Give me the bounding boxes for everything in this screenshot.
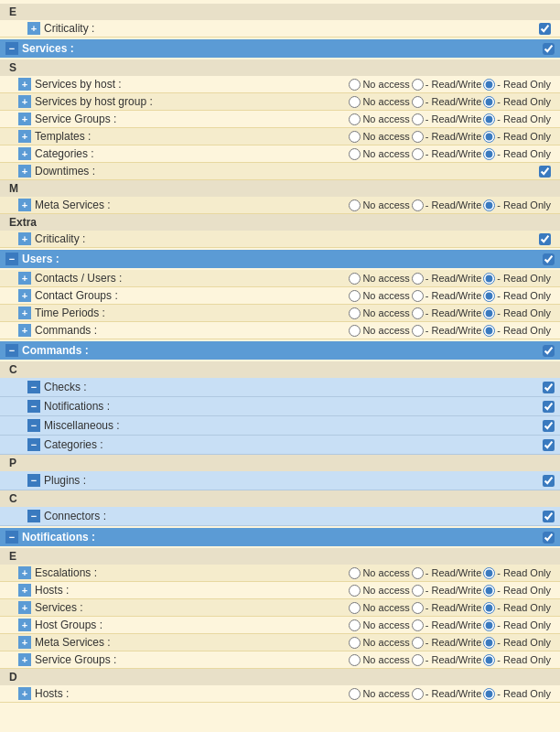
services-header-checkbox[interactable]: [543, 43, 555, 55]
uc-ro-radio[interactable]: [483, 325, 495, 337]
notifications-sub-checkbox[interactable]: [543, 401, 555, 413]
cat-noaccess-label[interactable]: No access: [349, 148, 409, 160]
esc-ro-label[interactable]: - Read Only: [483, 567, 551, 579]
esc-ro-radio[interactable]: [483, 567, 495, 579]
cg-ro-label[interactable]: - Read Only: [483, 290, 551, 302]
uc-rw-label[interactable]: - Read/Write: [412, 325, 482, 337]
dh-noaccess-label[interactable]: No access: [349, 688, 409, 700]
sg-ro-label[interactable]: - Read Only: [483, 113, 551, 125]
nsg-noaccess-label[interactable]: No access: [349, 654, 409, 666]
esc-rw-radio[interactable]: [412, 567, 424, 579]
tp-rw-label[interactable]: - Read/Write: [412, 307, 482, 319]
tpl-noaccess-radio[interactable]: [349, 131, 361, 143]
services-by-host-ro-radio[interactable]: [483, 79, 495, 91]
nh-ro-label[interactable]: - Read Only: [483, 585, 551, 597]
uc-ro-label[interactable]: - Read Only: [483, 325, 551, 337]
ns-ro-label[interactable]: - Read Only: [483, 602, 551, 614]
cu-rw-label[interactable]: - Read/Write: [412, 273, 482, 285]
services-criticality-checkbox[interactable]: [539, 233, 551, 245]
ns-ro-radio[interactable]: [483, 602, 495, 614]
ms-rw-radio[interactable]: [412, 199, 424, 211]
tpl-rw-radio[interactable]: [412, 131, 424, 143]
nh-noaccess-label[interactable]: No access: [349, 585, 409, 597]
cat-ro-radio[interactable]: [483, 148, 495, 160]
sbhg-noaccess-label[interactable]: No access: [349, 96, 409, 108]
cu-noaccess-radio[interactable]: [349, 273, 361, 285]
hg-rw-radio[interactable]: [412, 619, 424, 631]
notifications-header-checkbox[interactable]: [543, 532, 555, 544]
nh-noaccess-radio[interactable]: [349, 585, 361, 597]
ms-ro-radio[interactable]: [483, 199, 495, 211]
esc-rw-label[interactable]: - Read/Write: [412, 567, 482, 579]
users-header-checkbox[interactable]: [543, 253, 555, 265]
nh-rw-label[interactable]: - Read/Write: [412, 585, 482, 597]
nsg-rw-label[interactable]: - Read/Write: [412, 654, 482, 666]
sbhg-rw-radio[interactable]: [412, 96, 424, 108]
tp-noaccess-label[interactable]: No access: [349, 307, 409, 319]
cu-rw-radio[interactable]: [412, 273, 424, 285]
sbhg-ro-label[interactable]: - Read Only: [483, 96, 551, 108]
nsg-ro-radio[interactable]: [483, 654, 495, 666]
nms-ro-radio[interactable]: [483, 637, 495, 649]
tp-ro-label[interactable]: - Read Only: [483, 307, 551, 319]
ms-rw-label[interactable]: - Read/Write: [412, 199, 482, 211]
nsg-ro-label[interactable]: - Read Only: [483, 654, 551, 666]
nsg-noaccess-radio[interactable]: [349, 654, 361, 666]
cg-ro-radio[interactable]: [483, 290, 495, 302]
sbhg-ro-radio[interactable]: [483, 96, 495, 108]
dh-ro-label[interactable]: - Read Only: [483, 688, 551, 700]
ms-ro-label[interactable]: - Read Only: [483, 199, 551, 211]
tpl-ro-label[interactable]: - Read Only: [483, 131, 551, 143]
dh-rw-radio[interactable]: [412, 688, 424, 700]
cg-noaccess-radio[interactable]: [349, 290, 361, 302]
tp-rw-radio[interactable]: [412, 307, 424, 319]
cat-rw-radio[interactable]: [412, 148, 424, 160]
services-by-host-noaccess-radio[interactable]: [349, 79, 361, 91]
plugins-checkbox[interactable]: [543, 475, 555, 487]
sbhg-rw-label[interactable]: - Read/Write: [412, 96, 482, 108]
commands-header-checkbox[interactable]: [543, 345, 555, 357]
users-section-header[interactable]: − Users :: [0, 250, 560, 268]
ms-noaccess-label[interactable]: No access: [349, 199, 409, 211]
categories-sub-checkbox[interactable]: [543, 439, 555, 451]
cat-noaccess-radio[interactable]: [349, 148, 361, 160]
nh-rw-radio[interactable]: [412, 585, 424, 597]
dh-noaccess-radio[interactable]: [349, 688, 361, 700]
nms-noaccess-label[interactable]: No access: [349, 637, 409, 649]
uc-noaccess-label[interactable]: No access: [349, 325, 409, 337]
nms-rw-radio[interactable]: [412, 637, 424, 649]
cu-noaccess-label[interactable]: No access: [349, 273, 409, 285]
cg-noaccess-label[interactable]: No access: [349, 290, 409, 302]
services-by-host-rw-radio[interactable]: [412, 79, 424, 91]
top-criticality-checkbox[interactable]: [539, 23, 551, 35]
checks-checkbox[interactable]: [543, 382, 555, 393]
services-by-host-ro-label[interactable]: - Read Only: [483, 79, 551, 91]
hg-noaccess-radio[interactable]: [349, 619, 361, 631]
ms-noaccess-radio[interactable]: [349, 199, 361, 211]
ns-noaccess-radio[interactable]: [349, 602, 361, 614]
sg-rw-radio[interactable]: [412, 113, 424, 125]
cg-rw-radio[interactable]: [412, 290, 424, 302]
hg-rw-label[interactable]: - Read/Write: [412, 619, 482, 631]
nms-ro-label[interactable]: - Read Only: [483, 637, 551, 649]
services-by-host-rw-label[interactable]: - Read/Write: [412, 79, 482, 91]
dh-rw-label[interactable]: - Read/Write: [412, 688, 482, 700]
cu-ro-radio[interactable]: [483, 273, 495, 285]
nms-noaccess-radio[interactable]: [349, 637, 361, 649]
sbhg-noaccess-radio[interactable]: [349, 96, 361, 108]
ns-rw-radio[interactable]: [412, 602, 424, 614]
tpl-noaccess-label[interactable]: No access: [349, 131, 409, 143]
commands-section-header[interactable]: − Commands :: [0, 341, 560, 360]
tp-ro-radio[interactable]: [483, 307, 495, 319]
uc-rw-radio[interactable]: [412, 325, 424, 337]
nh-ro-radio[interactable]: [483, 585, 495, 597]
sg-noaccess-label[interactable]: No access: [349, 113, 409, 125]
hg-ro-label[interactable]: - Read Only: [483, 619, 551, 631]
esc-noaccess-label[interactable]: No access: [349, 567, 409, 579]
cu-ro-label[interactable]: - Read Only: [483, 273, 551, 285]
nsg-rw-radio[interactable]: [412, 654, 424, 666]
sg-rw-label[interactable]: - Read/Write: [412, 113, 482, 125]
ns-noaccess-label[interactable]: No access: [349, 602, 409, 614]
downtimes-checkbox[interactable]: [539, 166, 551, 178]
cat-rw-label[interactable]: - Read/Write: [412, 148, 482, 160]
